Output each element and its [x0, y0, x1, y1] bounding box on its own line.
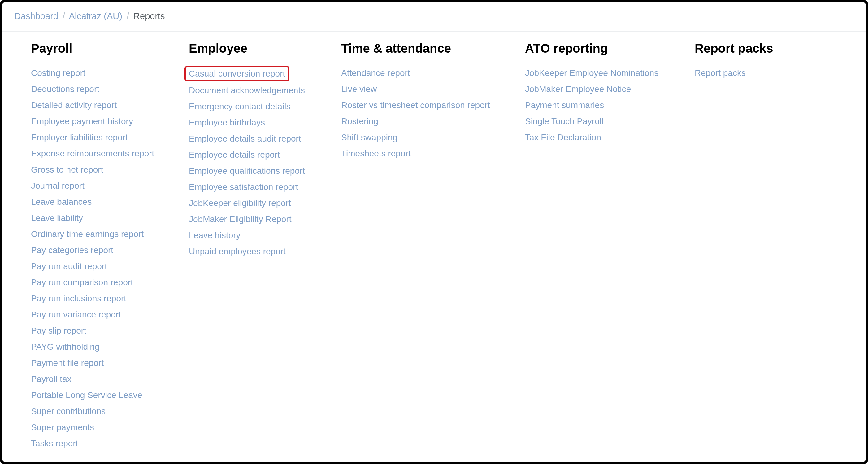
report-link[interactable]: Journal report: [31, 179, 85, 193]
report-link[interactable]: JobMaker Employee Notice: [525, 82, 631, 96]
list-item: Employee satisfaction report: [189, 180, 305, 194]
list-item: Pay run audit report: [31, 259, 154, 273]
list-item: Pay run inclusions report: [31, 291, 154, 306]
list-item: Tax File Declaration: [525, 130, 658, 145]
report-link[interactable]: Super payments: [31, 420, 94, 435]
report-link[interactable]: Pay categories report: [31, 243, 113, 257]
breadcrumb-current: Reports: [133, 11, 165, 21]
report-link[interactable]: Report packs: [695, 66, 746, 80]
list-item: Pay categories report: [31, 243, 154, 257]
breadcrumb-org[interactable]: Alcatraz (AU): [69, 11, 122, 21]
list-item: Leave history: [189, 228, 305, 242]
list-item: JobMaker Eligibility Report: [189, 212, 305, 226]
list-item: Leave liability: [31, 211, 154, 225]
list-item: Gross to net report: [31, 163, 154, 177]
report-link[interactable]: Emergency contact details: [189, 99, 290, 114]
report-link[interactable]: Deductions report: [31, 82, 99, 96]
report-link[interactable]: Costing report: [31, 66, 86, 80]
column-report-packs: Report packs Report packs: [695, 38, 853, 82]
list-payroll: Costing reportDeductions reportDetailed …: [31, 66, 154, 453]
report-link[interactable]: Payroll tax: [31, 372, 71, 386]
report-link[interactable]: Employee payment history: [31, 114, 133, 128]
report-link[interactable]: Employer liabilities report: [31, 130, 128, 145]
report-link[interactable]: JobKeeper Employee Nominations: [525, 66, 658, 80]
column-time-attendance: Time & attendance Attendance reportLive …: [341, 38, 525, 163]
list-item: Payroll tax: [31, 372, 154, 386]
report-link[interactable]: Attendance report: [341, 66, 410, 80]
report-link[interactable]: Timesheets report: [341, 146, 411, 161]
heading-report-packs: Report packs: [695, 41, 773, 55]
report-link[interactable]: Unpaid employees report: [189, 244, 286, 259]
report-link[interactable]: Leave history: [189, 228, 241, 242]
report-link[interactable]: Pay run audit report: [31, 259, 107, 273]
report-link[interactable]: Ordinary time earnings report: [31, 227, 144, 241]
heading-time-attendance: Time & attendance: [341, 41, 451, 55]
report-link[interactable]: JobMaker Eligibility Report: [189, 212, 291, 226]
report-link[interactable]: Casual conversion report: [185, 66, 289, 82]
report-link[interactable]: PAYG withholding: [31, 340, 100, 354]
breadcrumb-separator: /: [61, 11, 67, 21]
list-item: Document acknowledgements: [189, 83, 305, 97]
list-item: Employer liabilities report: [31, 130, 154, 145]
report-link[interactable]: Shift swapping: [341, 130, 398, 145]
list-item: Report packs: [695, 66, 746, 80]
list-ato-reporting: JobKeeper Employee NominationsJobMaker E…: [525, 66, 658, 146]
list-item: Shift swapping: [341, 130, 490, 145]
report-link[interactable]: Pay run comparison report: [31, 276, 133, 290]
list-item: Employee details audit report: [189, 132, 305, 146]
column-ato-reporting: ATO reporting JobKeeper Employee Nominat…: [525, 38, 695, 146]
list-item: JobMaker Employee Notice: [525, 82, 658, 96]
page-frame: Dashboard / Alcatraz (AU) / Reports Payr…: [0, 0, 868, 464]
heading-payroll: Payroll: [31, 41, 72, 55]
report-link[interactable]: Super contributions: [31, 404, 105, 418]
report-link[interactable]: Pay run variance report: [31, 308, 121, 322]
report-link[interactable]: Employee details report: [189, 148, 280, 162]
report-link[interactable]: Employee satisfaction report: [189, 180, 298, 194]
report-link[interactable]: Pay run inclusions report: [31, 291, 126, 306]
list-item: Expense reimbursements report: [31, 146, 154, 161]
list-item: Super contributions: [31, 404, 154, 418]
list-item: Roster vs timesheet comparison report: [341, 98, 490, 112]
report-link[interactable]: Detailed activity report: [31, 98, 117, 112]
report-link[interactable]: Payment summaries: [525, 98, 604, 112]
list-item: Employee qualifications report: [189, 164, 305, 178]
report-link[interactable]: Tasks report: [31, 436, 78, 451]
report-link[interactable]: Portable Long Service Leave: [31, 388, 143, 402]
report-link[interactable]: Employee birthdays: [189, 116, 265, 130]
list-item: Leave balances: [31, 195, 154, 209]
report-link[interactable]: Single Touch Payroll: [525, 114, 603, 128]
list-item: JobKeeper eligibility report: [189, 196, 305, 210]
list-item: Employee details report: [189, 148, 305, 162]
report-link[interactable]: Live view: [341, 82, 377, 96]
list-report-packs: Report packs: [695, 66, 746, 82]
list-item: Emergency contact details: [189, 99, 305, 114]
list-item: Detailed activity report: [31, 98, 154, 112]
list-item: Attendance report: [341, 66, 490, 80]
report-link[interactable]: Payment file report: [31, 356, 104, 370]
column-employee: Employee Casual conversion reportDocumen…: [189, 38, 341, 261]
report-link[interactable]: Rostering: [341, 114, 378, 128]
breadcrumb-separator: /: [125, 11, 131, 21]
report-link[interactable]: Tax File Declaration: [525, 130, 601, 145]
list-item: Live view: [341, 82, 490, 96]
list-item: Journal report: [31, 179, 154, 193]
report-link[interactable]: JobKeeper eligibility report: [189, 196, 291, 210]
list-item: Ordinary time earnings report: [31, 227, 154, 241]
report-link[interactable]: Employee details audit report: [189, 132, 301, 146]
breadcrumb-dashboard[interactable]: Dashboard: [14, 11, 58, 21]
list-item: Rostering: [341, 114, 490, 128]
report-link[interactable]: Leave liability: [31, 211, 83, 225]
list-item: Deductions report: [31, 82, 154, 96]
list-item: Costing report: [31, 66, 154, 80]
report-link[interactable]: Roster vs timesheet comparison report: [341, 98, 490, 112]
report-link[interactable]: Expense reimbursements report: [31, 146, 154, 161]
report-link[interactable]: Gross to net report: [31, 163, 103, 177]
report-link[interactable]: Leave balances: [31, 195, 92, 209]
breadcrumb: Dashboard / Alcatraz (AU) / Reports: [2, 2, 866, 32]
heading-ato-reporting: ATO reporting: [525, 41, 608, 55]
list-item: Pay slip report: [31, 324, 154, 338]
report-link[interactable]: Pay slip report: [31, 324, 86, 338]
report-link[interactable]: Document acknowledgements: [189, 83, 305, 97]
list-item: Pay run variance report: [31, 308, 154, 322]
report-link[interactable]: Employee qualifications report: [189, 164, 305, 178]
